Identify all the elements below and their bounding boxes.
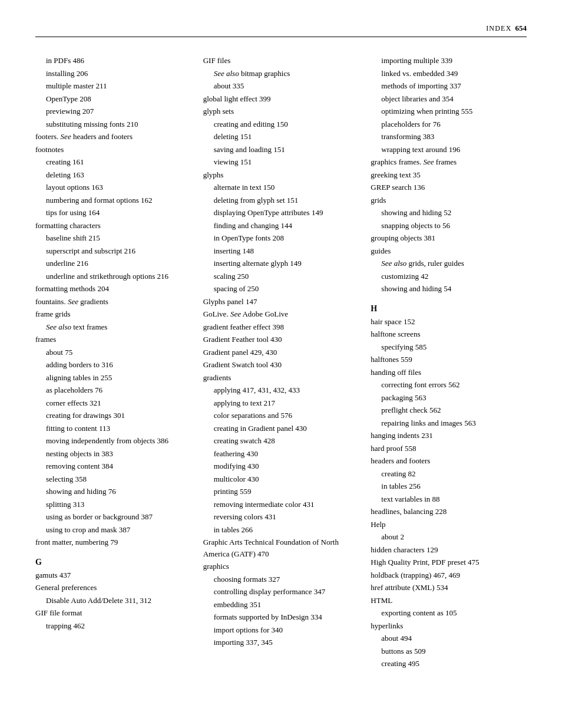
index-entry: repairing links and images 563 <box>371 417 527 429</box>
index-entry: in tables 256 <box>371 480 527 492</box>
index-entry: layout options 163 <box>35 182 191 193</box>
index-entry: superscript and subscript 216 <box>35 245 191 257</box>
page-header: INDEX 654 <box>35 24 527 37</box>
index-entry: applying 417, 431, 432, 433 <box>203 384 359 396</box>
index-entry: H <box>371 304 527 314</box>
header-index-label: INDEX <box>486 24 511 33</box>
index-entry: placeholders for 76 <box>371 118 527 130</box>
index-entry: color separations and 576 <box>203 410 359 421</box>
index-entry: importing 337, 345 <box>203 637 359 648</box>
index-entry: glyph sets <box>203 106 359 117</box>
index-entry: about 75 <box>35 347 191 358</box>
index-entry: moving independently from objects 386 <box>35 435 191 447</box>
index-entry: formats supported by InDesign 334 <box>203 611 359 623</box>
index-entry: about 2 <box>371 531 527 543</box>
index-entry: deleting from glyph set 151 <box>203 195 359 206</box>
index-entry: grouping objects 381 <box>371 232 527 244</box>
index-entry: OpenType 208 <box>35 93 191 105</box>
index-entry: baseline shift 215 <box>35 232 191 244</box>
index-entry: in PDFs 486 <box>35 55 191 67</box>
index-entry: in tables 266 <box>203 524 359 536</box>
index-entry: Gradient panel 429, 430 <box>203 347 359 358</box>
index-entry: multicolor 430 <box>203 473 359 485</box>
index-entry: grids <box>371 195 527 206</box>
index-entry: General preferences <box>35 582 191 594</box>
index-entry: gradients <box>203 372 359 384</box>
index-entry: controlling display performance 347 <box>203 586 359 598</box>
index-entry: deleting 163 <box>35 169 191 181</box>
index-entry: frame grids <box>35 308 191 320</box>
index-entry: underline and strikethrough options 216 <box>35 271 191 282</box>
index-entry: packaging 563 <box>371 392 527 404</box>
index-entry: printing 559 <box>203 486 359 498</box>
index-entry: optimizing when printing 555 <box>371 106 527 117</box>
index-entry: guides <box>371 245 527 257</box>
index-entry: hanging indents 231 <box>371 430 527 442</box>
index-entry: trapping 462 <box>35 620 191 632</box>
index-entry: feathering 430 <box>203 448 359 460</box>
index-entry: GIF files <box>203 55 359 67</box>
index-entry: HTML <box>371 595 527 607</box>
index-entry: Graphic Arts Technical Foundation of Nor… <box>203 536 359 559</box>
index-entry: spacing of 250 <box>203 283 359 295</box>
index-entry: choosing formats 327 <box>203 574 359 585</box>
index-entry: wrapping text around 196 <box>371 144 527 156</box>
index-entry: Gradient Feather tool 430 <box>203 334 359 345</box>
index-entry: front matter, numbering 79 <box>35 536 191 548</box>
index-entry: correcting font errors 562 <box>371 379 527 391</box>
index-entry: headlines, balancing 228 <box>371 506 527 518</box>
index-entry: gradient feather effect 398 <box>203 321 359 333</box>
index-entry: deleting 151 <box>203 131 359 143</box>
index-entry: about 335 <box>203 80 359 92</box>
index-entry: creating 82 <box>371 468 527 480</box>
index-entry: splitting 313 <box>35 499 191 510</box>
index-entry: Help <box>371 519 527 531</box>
index-entry: importing multiple 339 <box>371 55 527 67</box>
index-entry: footnotes <box>35 144 191 156</box>
column-1: in PDFs 486installing 206multiple master… <box>35 55 203 671</box>
index-entry: using as border or background 387 <box>35 511 191 523</box>
index-entry: High Quality Print, PDF preset 475 <box>371 556 527 568</box>
index-entry: frames <box>35 334 191 345</box>
index-entry: hair space 152 <box>371 316 527 328</box>
index-entry: methods of importing 337 <box>371 80 527 92</box>
index-entry: halftone screens <box>371 328 527 340</box>
index-entry: graphics frames. See frames <box>371 156 527 168</box>
index-entry: holdback (trapping) 467, 469 <box>371 569 527 581</box>
column-3: importing multiple 339linked vs. embedde… <box>371 55 527 671</box>
index-entry: modifying 430 <box>203 460 359 472</box>
index-entry: displaying OpenType attributes 149 <box>203 207 359 219</box>
index-entry: applying to text 217 <box>203 397 359 409</box>
page: INDEX 654 in PDFs 486installing 206multi… <box>0 0 562 728</box>
index-entry: See also text frames <box>35 321 191 333</box>
index-entry: specifying 585 <box>371 341 527 353</box>
index-entry: GIF file format <box>35 607 191 619</box>
index-entry: creating for drawings 301 <box>35 410 191 421</box>
index-entry: href attribute (XML) 534 <box>371 582 527 594</box>
index-entry: handing off files <box>371 367 527 378</box>
index-entry: underline 216 <box>35 258 191 269</box>
header-page-number: 654 <box>515 24 527 33</box>
index-entry: exporting content as 105 <box>371 607 527 619</box>
index-entry: transforming 383 <box>371 131 527 143</box>
index-entry: corner effects 321 <box>35 397 191 409</box>
index-entry: inserting 148 <box>203 245 359 257</box>
index-entry: footers. See headers and footers <box>35 131 191 143</box>
index-entry: formatting methods 204 <box>35 283 191 295</box>
index-entry: Glyphs panel 147 <box>203 296 359 308</box>
content-columns: in PDFs 486installing 206multiple master… <box>35 55 527 671</box>
index-entry: showing and hiding 52 <box>371 207 527 219</box>
index-entry: reversing colors 431 <box>203 511 359 523</box>
index-entry: halftones 559 <box>371 354 527 365</box>
index-entry: preflight check 562 <box>371 404 527 416</box>
index-entry: removing content 384 <box>35 460 191 472</box>
index-entry: gamuts 437 <box>35 569 191 581</box>
index-entry: creating in Gradient panel 430 <box>203 423 359 434</box>
index-entry: fitting to content 113 <box>35 423 191 434</box>
index-entry: in OpenType fonts 208 <box>203 232 359 244</box>
index-entry: creating swatch 428 <box>203 435 359 447</box>
index-entry: previewing 207 <box>35 106 191 117</box>
index-entry: snapping objects to 56 <box>371 220 527 232</box>
index-entry: Disable Auto Add/Delete 311, 312 <box>35 595 191 607</box>
index-entry: greeking text 35 <box>371 169 527 181</box>
